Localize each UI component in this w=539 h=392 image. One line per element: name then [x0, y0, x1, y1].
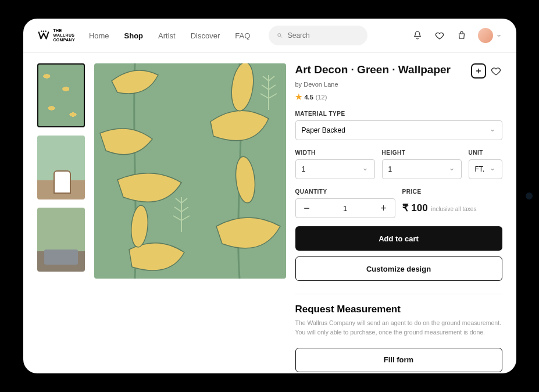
product-details: Art Decon · Green · Wallpaper [295, 63, 502, 372]
tablet-camera [526, 193, 533, 199]
request-description: The Wallrus Company will send an agent t… [295, 319, 502, 337]
svg-point-1 [42, 30, 44, 31]
unit-label: UNIT [469, 149, 502, 156]
price-currency: ₹ [402, 202, 409, 213]
product-byline: by Devon Lane [295, 81, 502, 88]
cart-button[interactable] [456, 30, 467, 41]
height-label: HEIGHT [382, 149, 462, 156]
search-box[interactable] [269, 26, 367, 45]
height-select[interactable]: 1 [382, 159, 462, 179]
rating-value: 4.5 [305, 94, 313, 101]
profile-menu[interactable] [478, 28, 502, 43]
svg-point-3 [278, 34, 281, 37]
nav-item-shop[interactable]: Shop [124, 31, 144, 40]
qty-increment[interactable]: + [376, 202, 391, 215]
nav-item-faq[interactable]: FAQ [235, 31, 250, 40]
favorite-button[interactable] [490, 65, 502, 77]
product-title: Art Decon · Green · Wallpaper [295, 63, 466, 76]
star-icon: ★ [295, 92, 302, 101]
thumbnail-2[interactable] [37, 136, 85, 199]
chevron-down-icon [448, 166, 455, 173]
quantity-label: QUANTITY [295, 188, 395, 195]
material-label: MATERIAL TYPE [295, 111, 502, 117]
material-value: Paper Backed [302, 126, 345, 134]
material-select[interactable]: Paper Backed [295, 120, 502, 140]
logo-text: THE WALLRUS COMPANY [53, 28, 75, 42]
logo-icon [37, 29, 50, 42]
price-display: ₹ 100 inclusive all taxes [402, 202, 502, 214]
bell-icon [412, 30, 423, 41]
thumbnail-3[interactable] [37, 208, 85, 272]
rating-count: (12) [316, 94, 327, 101]
svg-line-4 [281, 36, 282, 37]
price-label: PRICE [402, 188, 502, 195]
heart-icon [434, 30, 445, 41]
height-value: 1 [388, 165, 392, 173]
fill-form-button[interactable]: Fill form [295, 348, 502, 372]
brand-logo[interactable]: THE WALLRUS COMPANY [37, 28, 75, 42]
heart-outline-icon [490, 65, 502, 77]
svg-point-0 [41, 30, 42, 31]
chevron-down-icon [489, 127, 496, 134]
product-page: Art Decon · Green · Wallpaper [23, 53, 516, 373]
header-actions [412, 28, 502, 43]
width-value: 1 [302, 165, 306, 173]
quantity-stepper: − 1 + [295, 198, 395, 218]
width-label: WIDTH [295, 149, 375, 156]
unit-select[interactable]: FT. [469, 159, 502, 179]
nav-item-home[interactable]: Home [89, 31, 109, 40]
main-nav: Home Shop Artist Discover FAQ [89, 31, 250, 40]
artist-name[interactable]: Devon Lane [304, 81, 338, 88]
wishlist-button[interactable] [434, 30, 445, 41]
app-screen: THE WALLRUS COMPANY Home Shop Artist Dis… [23, 19, 516, 373]
price-note: inclusive all taxes [431, 206, 477, 212]
product-image[interactable] [94, 63, 286, 279]
customize-button[interactable]: Customize design [295, 256, 502, 281]
unit-value: FT. [475, 165, 485, 173]
plus-icon [474, 67, 483, 75]
chevron-down-icon [489, 166, 496, 173]
qty-value: 1 [343, 204, 347, 213]
bag-icon [456, 30, 467, 41]
price-amount: 100 [411, 202, 427, 213]
add-to-cart-button[interactable]: Add to cart [295, 226, 502, 251]
search-icon [277, 32, 283, 39]
avatar [478, 28, 493, 43]
thumbnail-1[interactable] [37, 63, 85, 127]
thumbnail-list [37, 63, 85, 372]
svg-point-2 [45, 30, 46, 31]
add-collection-button[interactable] [471, 63, 486, 79]
search-input[interactable] [288, 31, 360, 40]
chevron-down-icon [495, 32, 502, 39]
tablet-frame: THE WALLRUS COMPANY Home Shop Artist Dis… [8, 8, 531, 384]
nav-item-artist[interactable]: Artist [158, 31, 176, 40]
qty-decrement[interactable]: − [299, 202, 315, 215]
notifications-button[interactable] [412, 30, 423, 41]
request-title: Request Measurement [295, 304, 502, 315]
header: THE WALLRUS COMPANY Home Shop Artist Dis… [23, 19, 516, 53]
chevron-down-icon [362, 166, 369, 173]
product-rating[interactable]: ★ 4.5 (12) [295, 92, 502, 101]
section-divider [295, 294, 502, 294]
nav-item-discover[interactable]: Discover [191, 31, 220, 40]
width-select[interactable]: 1 [295, 159, 375, 179]
